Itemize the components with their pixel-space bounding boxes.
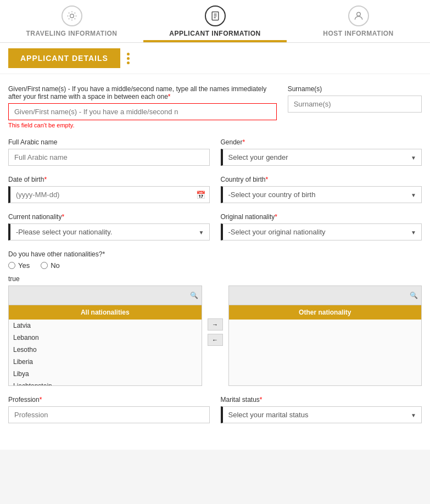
tab-traveling-label: TRAVELING INFORMATION	[26, 30, 117, 37]
nationality-item[interactable]: Liechtenstein	[9, 380, 202, 385]
search-icon-all: 🔍	[190, 292, 198, 299]
surname-label: Surname(s)	[288, 85, 422, 93]
gender-col: Gender* Select your gender Male Female	[221, 138, 422, 166]
country-birth-select-wrapper: -Select your country of birth	[221, 186, 422, 203]
nationality-item[interactable]: Libya	[9, 368, 202, 380]
radio-yes[interactable]	[8, 262, 15, 269]
arabic-name-input[interactable]	[8, 149, 210, 166]
nationality-item[interactable]: Liberia	[9, 356, 202, 368]
svg-point-5	[356, 12, 360, 16]
tab-applicant[interactable]: APPLICANT INFORMATION	[143, 0, 287, 42]
all-nationalities-search-input[interactable]	[12, 288, 188, 303]
gender-select-wrapper: Select your gender Male Female	[221, 149, 422, 166]
country-birth-col: Country of birth* -Select your country o…	[221, 176, 422, 203]
tab-host-icon	[348, 5, 369, 26]
arabic-gender-row: Full Arabic name Gender* Select your gen…	[8, 138, 422, 166]
form-area: Given/First name(s) - If you have a midd…	[0, 74, 430, 450]
other-nationalities-row: Do you have other nationalities?* Yes No	[8, 250, 422, 270]
section-header: APPLICANT DETAILS	[0, 43, 430, 74]
other-nationality-search-bar: 🔍	[229, 286, 422, 305]
profession-marital-row: Profession* Marital status* Select your …	[8, 396, 422, 423]
nationality-item[interactable]: Lesotho	[9, 344, 202, 356]
search-icon-other: 🔍	[410, 292, 418, 299]
all-nationalities-search-bar: 🔍	[9, 286, 202, 305]
surname-input[interactable]	[288, 96, 422, 113]
marital-status-select[interactable]: Select your marital status Single Marrie…	[221, 406, 422, 423]
all-nationalities-list[interactable]: LatviaLebanonLesothoLiberiaLibyaLiechten…	[9, 320, 202, 385]
arabic-name-col: Full Arabic name	[8, 138, 210, 166]
applicant-details-button[interactable]: APPLICANT DETAILS	[8, 48, 120, 68]
tab-applicant-label: APPLICANT INFORMATION	[169, 30, 260, 37]
calendar-icon: 📅	[196, 191, 205, 199]
section-dots	[127, 53, 130, 64]
dob-input[interactable]	[8, 186, 210, 203]
original-nationality-select[interactable]: -Select your original nationality	[221, 223, 422, 240]
current-nationality-col: Current nationality* -Please select your…	[8, 213, 210, 240]
marital-status-label: Marital status*	[221, 396, 422, 404]
radio-no[interactable]	[41, 262, 48, 269]
given-name-input[interactable]	[8, 103, 277, 120]
dob-col: Date of birth* 📅	[8, 176, 210, 203]
marital-status-wrapper: Select your marital status Single Marrie…	[221, 406, 422, 423]
nationality-item[interactable]: Latvia	[9, 320, 202, 332]
dot-1	[127, 53, 130, 55]
dot-2	[127, 57, 130, 60]
radio-no-label[interactable]: No	[41, 261, 60, 270]
original-nationality-col: Original nationality* -Select your origi…	[221, 213, 422, 240]
other-nationality-box: 🔍 Other nationality	[228, 285, 422, 386]
current-nationality-wrapper: -Please select your nationality.	[8, 223, 210, 240]
svg-point-0	[70, 14, 74, 18]
move-left-button[interactable]: ←	[208, 334, 223, 346]
tab-traveling-icon	[62, 5, 82, 26]
given-name-col: Given/First name(s) - If you have a midd…	[8, 85, 277, 128]
current-nationality-label: Current nationality*	[8, 213, 210, 221]
country-birth-select[interactable]: -Select your country of birth	[221, 186, 422, 203]
tab-traveling[interactable]: TRAVELING INFORMATION	[0, 0, 143, 42]
dob-country-row: Date of birth* 📅 Country of birth* -Sele…	[8, 176, 422, 203]
marital-status-col: Marital status* Select your marital stat…	[221, 396, 422, 423]
current-nationality-select[interactable]: -Please select your nationality.	[8, 223, 210, 240]
radio-yes-label[interactable]: Yes	[8, 261, 30, 270]
profession-label: Profession*	[8, 396, 210, 404]
all-nationalities-items: LatviaLebanonLesothoLiberiaLibyaLiechten…	[9, 320, 202, 385]
all-nationalities-box: 🔍 All nationalities LatviaLebanonLesotho…	[8, 285, 202, 386]
true-label: true	[8, 275, 422, 283]
dual-list-container: 🔍 All nationalities LatviaLebanonLesotho…	[8, 285, 422, 386]
original-nationality-wrapper: -Select your original nationality	[221, 223, 422, 240]
profession-input[interactable]	[8, 406, 210, 423]
tabs-header: TRAVELING INFORMATION APPLICANT INFORMAT…	[0, 0, 430, 43]
other-nationality-list[interactable]	[229, 320, 422, 385]
gender-select[interactable]: Select your gender Male Female	[221, 149, 422, 166]
tab-host[interactable]: HOST INFORMATION	[287, 0, 430, 42]
dob-wrapper: 📅	[8, 186, 210, 203]
name-row: Given/First name(s) - If you have a midd…	[8, 85, 422, 128]
move-right-button[interactable]: →	[208, 318, 223, 331]
other-nationality-header: Other nationality	[229, 305, 422, 320]
other-nationalities-radio-group: Yes No	[8, 261, 422, 270]
list-arrows: → ←	[208, 285, 223, 346]
all-nationalities-header: All nationalities	[9, 305, 202, 320]
given-name-error: This field can't be empty.	[8, 122, 277, 128]
country-birth-label: Country of birth*	[221, 176, 422, 183]
surname-col: Surname(s)	[288, 85, 422, 128]
nationality-section: true 🔍 All nationalities LatviaLebanonLe…	[8, 275, 422, 386]
other-nationalities-question: Do you have other nationalities?*	[8, 250, 422, 258]
nationality-row: Current nationality* -Please select your…	[8, 213, 422, 240]
profession-col: Profession*	[8, 396, 210, 423]
gender-label: Gender*	[221, 138, 422, 146]
dob-label: Date of birth*	[8, 176, 210, 183]
other-nationality-search-input[interactable]	[232, 288, 408, 303]
original-nationality-label: Original nationality*	[221, 213, 422, 221]
arabic-name-label: Full Arabic name	[8, 138, 210, 146]
given-name-label: Given/First name(s) - If you have a midd…	[8, 85, 277, 100]
tab-host-label: HOST INFORMATION	[323, 30, 393, 37]
tab-applicant-icon	[205, 5, 226, 26]
nationality-item[interactable]: Lebanon	[9, 332, 202, 344]
dot-3	[127, 61, 130, 64]
